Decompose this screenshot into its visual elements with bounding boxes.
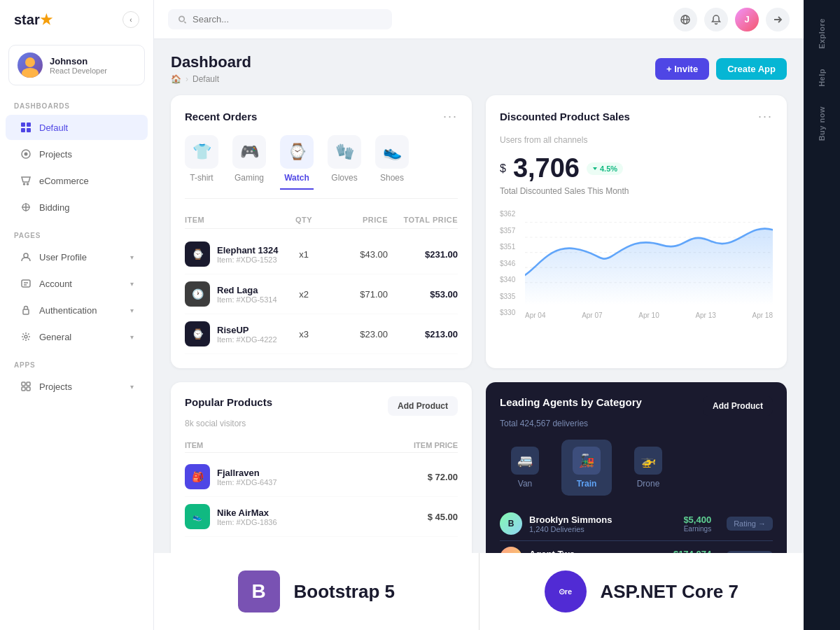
total-1: $231.00 (388, 249, 458, 260)
gaming-icon: 🎮 (232, 135, 266, 169)
create-app-button[interactable]: Create App (716, 58, 787, 80)
tab-shoes[interactable]: 👟 Shoes (375, 135, 409, 190)
agent-earnings-1: $5,400 (683, 514, 711, 525)
col-price: PRICE (325, 216, 388, 224)
sidebar-item-default[interactable]: Default (6, 115, 148, 140)
chart-y-label: $330 (500, 309, 515, 316)
ecommerce-icon (20, 174, 32, 187)
agent-info-1: Brooklyn Simmons 1,240 Deliveries (529, 514, 676, 533)
popular-products-table: ITEM ITEM PRICE 🎒 Fjallraven Item: #XDG-… (185, 438, 458, 537)
list-item: 👟 Nike AirMax Item: #XDG-1836 $ 45.00 (185, 497, 458, 537)
right-panel-explore[interactable]: Explore (813, 11, 830, 56)
discounted-sales-menu-icon[interactable]: ··· (758, 109, 773, 124)
sidebar-item-ecommerce[interactable]: eCommerce (6, 168, 148, 193)
breadcrumb-current: Default (192, 74, 219, 84)
item-details-3: RiseUP Item: #XDG-4222 (217, 325, 277, 344)
orders-table: ITEM QTY PRICE TOTAL PRICE ⌚ Elephant 13… (185, 211, 458, 354)
popular-products-subtitle: 8k social visitors (185, 419, 458, 428)
agent-tab-van[interactable]: 🚐 Van (500, 440, 550, 496)
globe-icon-button[interactable] (673, 8, 697, 31)
user-info: Johnson React Developer (50, 56, 107, 75)
leading-agents-header: Leading Agents by Category Add Product (500, 396, 773, 416)
item-img-1: ⌚ (185, 241, 210, 267)
rating-button-1[interactable]: Rating → (727, 517, 773, 531)
avatar-initials: J (744, 14, 749, 24)
sidebar-item-bidding-label: Bidding (39, 202, 134, 213)
page-header: Dashboard 🏠 › Default + Invite Create Ap… (154, 39, 804, 95)
tab-gaming[interactable]: 🎮 Gaming (232, 135, 266, 190)
svg-rect-18 (27, 387, 30, 391)
product-price-1: $ 72.00 (388, 472, 458, 482)
tab-tshirt-label: T-shirt (190, 173, 213, 183)
add-product-button-2[interactable]: Add Product (703, 396, 773, 416)
item-img-2: 🕐 (185, 281, 210, 307)
aspnet-promo[interactable]: ⊙re ASP.NET Core 7 (479, 553, 804, 630)
item-id-3: Item: #XDG-4222 (217, 335, 277, 344)
avatar (18, 52, 43, 78)
tab-gaming-label: Gaming (234, 173, 264, 183)
svg-point-8 (24, 183, 25, 185)
svg-point-1 (22, 68, 38, 78)
product-name-2: Nike AirMax (217, 507, 277, 518)
product-price-2: $ 45.00 (388, 512, 458, 522)
watch-icon: ⌚ (280, 135, 314, 169)
sales-description: Total Discounted Sales This Month (500, 186, 773, 196)
authentication-icon (20, 304, 32, 316)
aspnet-text: ASP.NET Core 7 (601, 581, 738, 603)
sidebar-item-general[interactable]: General ▾ (6, 324, 148, 349)
sidebar-item-account[interactable]: Account ▾ (6, 271, 148, 296)
item-details-1: Elephant 1324 Item: #XDG-1523 (217, 245, 278, 264)
bootstrap-promo[interactable]: B Bootstrap 5 (154, 553, 479, 630)
card-menu-icon[interactable]: ··· (443, 109, 458, 124)
svg-rect-3 (27, 122, 31, 127)
sidebar-item-user-profile-label: User Profile (39, 252, 123, 262)
notification-icon-button[interactable] (704, 8, 728, 31)
sidebar-item-authentication[interactable]: Authentication ▾ (6, 298, 148, 323)
sidebar-item-projects-app[interactable]: Projects ▾ (6, 374, 148, 399)
sidebar-item-projects[interactable]: Projects (6, 141, 148, 167)
right-panel-help[interactable]: Help (813, 62, 830, 94)
add-product-button[interactable]: Add Product (388, 396, 458, 416)
tab-watch-label: Watch (284, 173, 309, 183)
item-info-2: 🕐 Red Laga Item: #XDG-5314 (185, 281, 283, 307)
chart-y-label: $357 (500, 227, 515, 234)
chart-y-label: $340 (500, 276, 515, 284)
agent-tab-drone[interactable]: 🚁 Drone (623, 440, 673, 496)
product-details-1: Fjallraven Item: #XDG-6437 (217, 468, 277, 486)
item-name-3: RiseUP (217, 325, 277, 335)
gloves-icon: 🧤 (328, 135, 361, 169)
discounted-sales-header: Discounted Product Sales ··· (500, 109, 773, 124)
svg-rect-17 (22, 387, 25, 391)
sidebar-item-account-label: Account (39, 279, 123, 289)
invite-button[interactable]: + Invite (655, 58, 709, 80)
chart-x-labels: Apr 04 Apr 07 Apr 10 Apr 13 Apr 18 (525, 312, 773, 319)
sidebar-item-user-profile[interactable]: User Profile ▾ (6, 244, 148, 270)
product-details-2: Nike AirMax Item: #XDG-1836 (217, 507, 277, 526)
sidebar-item-bidding[interactable]: Bidding (6, 195, 148, 220)
tab-watch[interactable]: ⌚ Watch (280, 135, 314, 190)
search-box[interactable] (168, 9, 392, 29)
sidebar-collapse-button[interactable]: ‹ (122, 11, 139, 28)
right-panel-buynow[interactable]: Buy now (813, 99, 830, 148)
tab-tshirt[interactable]: 👕 T-shirt (185, 135, 218, 190)
user-avatar-topbar[interactable]: J (735, 8, 759, 31)
user-card[interactable]: Johnson React Developer (8, 45, 145, 85)
arrow-right-icon-button[interactable] (766, 8, 790, 31)
svg-rect-16 (27, 382, 30, 386)
search-input[interactable] (192, 14, 382, 24)
tab-gloves[interactable]: 🧤 Gloves (328, 135, 361, 190)
sidebar: star★ ‹ Johnson React Developer DASHBOAR… (0, 0, 154, 630)
header-buttons: + Invite Create App (655, 58, 787, 80)
breadcrumb-separator: › (186, 74, 188, 84)
chart-y-label: $351 (500, 243, 515, 251)
sales-badge: 4.5% (587, 162, 623, 175)
popular-products-header: Popular Products Add Product (185, 396, 458, 416)
agent-tab-train[interactable]: 🚂 Train (561, 440, 612, 496)
chart-svg-container (525, 207, 773, 305)
svg-point-19 (179, 16, 184, 21)
chevron-down-icon: ▾ (130, 253, 134, 261)
apps-projects-icon (20, 380, 32, 393)
account-icon (20, 277, 32, 290)
chart-y-labels: $362 $357 $351 $346 $340 $335 $330 (500, 207, 515, 319)
agent-earnings-block-1: $5,400 Earnings (683, 514, 711, 533)
